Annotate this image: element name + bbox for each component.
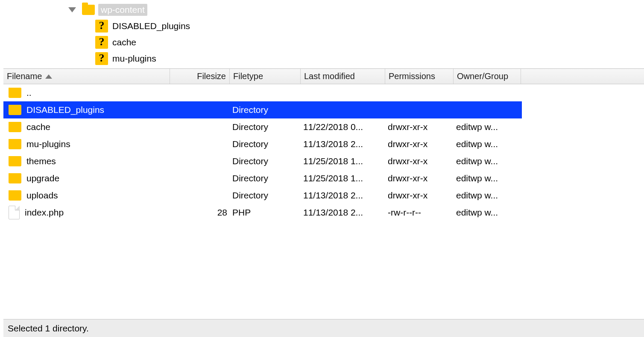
file-icon [9,206,20,219]
tree-item[interactable]: ? mu-plugins [3,50,644,67]
cell-lastmodified: 11/13/2018 2... [301,190,385,201]
tree-item[interactable]: ? DISABLED_plugins [3,18,644,34]
file-list-panel: Filename Filesize Filetype Last modified… [3,68,644,221]
folder-icon [9,190,21,201]
cell-filename: .. [6,88,170,98]
table-row[interactable]: index.php28PHP11/13/2018 2...-rw-r--r--e… [3,204,522,221]
filename-text: uploads [26,190,58,201]
cell-lastmodified: 11/25/2018 1... [301,156,385,166]
cell-filetype: Directory [230,190,301,201]
cell-filename: themes [6,156,170,166]
sort-ascending-icon [45,74,52,79]
table-row[interactable]: themesDirectory11/25/2018 1...drwxr-xr-x… [3,153,522,170]
cell-filetype: PHP [230,207,301,218]
column-header-ownergroup[interactable]: Owner/Group [454,69,521,84]
cell-permissions: drwxr-xr-x [385,190,454,201]
status-bar: Selected 1 directory. [3,319,644,337]
cell-filetype: Directory [230,122,301,132]
cell-filename: index.php [6,206,170,219]
column-header-filename[interactable]: Filename [3,69,170,84]
cell-ownergroup: editwp w... [454,122,521,132]
table-row[interactable]: uploadsDirectory11/13/2018 2...drwxr-xr-… [3,187,522,204]
cell-permissions: drwxr-xr-x [385,139,454,149]
cell-ownergroup: editwp w... [454,156,521,166]
file-list-header: Filename Filesize Filetype Last modified… [3,69,644,84]
folder-icon [9,139,21,149]
table-row[interactable]: cacheDirectory11/22/2018 0...drwxr-xr-xe… [3,118,522,136]
column-header-filetype[interactable]: Filetype [230,69,301,84]
cell-lastmodified: 11/22/2018 0... [301,122,385,132]
filename-text: .. [26,88,32,98]
folder-icon [9,105,21,115]
table-row[interactable]: mu-pluginsDirectory11/13/2018 2...drwxr-… [3,136,522,153]
column-label: Last modified [304,71,355,81]
tree-item-label: wp-content [101,5,145,15]
column-label: Permissions [389,71,435,81]
directory-tree: wp-content ? DISABLED_plugins ? cache ? … [3,0,644,68]
table-row[interactable]: DISABLED_pluginsDirectory [3,101,522,118]
column-label: Filetype [233,71,263,81]
filename-text: mu-plugins [26,139,70,149]
column-label: Owner/Group [457,71,508,81]
column-label: Filesize [197,71,226,81]
tree-item-label: DISABLED_plugins [112,21,190,31]
folder-icon [9,173,21,183]
cell-filetype: Directory [230,105,301,115]
cell-permissions: drwxr-xr-x [385,173,454,183]
cell-filename: cache [6,122,170,132]
filename-text: themes [26,156,56,166]
cell-lastmodified: 11/13/2018 2... [301,139,385,149]
unknown-icon: ? [95,36,108,49]
table-row[interactable]: .. [3,84,522,101]
cell-ownergroup: editwp w... [454,173,521,183]
tree-item[interactable]: ? cache [3,34,644,50]
filename-text: cache [26,122,50,132]
cell-permissions: drwxr-xr-x [385,122,454,132]
column-header-filesize[interactable]: Filesize [170,69,230,84]
folder-icon [9,122,21,132]
status-text: Selected 1 directory. [8,323,89,334]
cell-filetype: Directory [230,173,301,183]
tree-item-root[interactable]: wp-content [3,2,644,18]
unknown-icon: ? [95,20,108,33]
cell-filetype: Directory [230,139,301,149]
column-header-permissions[interactable]: Permissions [385,69,454,84]
unknown-icon: ? [95,52,108,65]
cell-ownergroup: editwp w... [454,139,521,149]
filename-text: DISABLED_plugins [26,105,104,115]
cell-ownergroup: editwp w... [454,190,521,201]
filename-text: upgrade [26,173,59,183]
folder-icon [82,5,95,15]
cell-filename: mu-plugins [6,139,170,149]
column-label: Filename [7,71,42,81]
cell-lastmodified: 11/25/2018 1... [301,173,385,183]
filename-text: index.php [25,207,64,218]
cell-permissions: drwxr-xr-x [385,156,454,166]
folder-icon [9,88,21,98]
cell-filename: DISABLED_plugins [6,105,170,115]
cell-filesize: 28 [170,207,230,218]
tree-item-label: cache [112,37,136,47]
table-row[interactable]: upgradeDirectory11/25/2018 1...drwxr-xr-… [3,170,522,187]
tree-item-label: mu-plugins [112,53,156,64]
folder-icon [9,156,21,166]
cell-lastmodified: 11/13/2018 2... [301,207,385,218]
chevron-down-icon[interactable] [68,7,76,12]
cell-ownergroup: editwp w... [454,207,521,218]
cell-filename: uploads [6,190,170,201]
file-list-body: ..DISABLED_pluginsDirectorycacheDirector… [3,84,522,221]
cell-filetype: Directory [230,156,301,166]
cell-filename: upgrade [6,173,170,183]
column-header-lastmodified[interactable]: Last modified [301,69,385,84]
cell-permissions: -rw-r--r-- [385,207,454,218]
